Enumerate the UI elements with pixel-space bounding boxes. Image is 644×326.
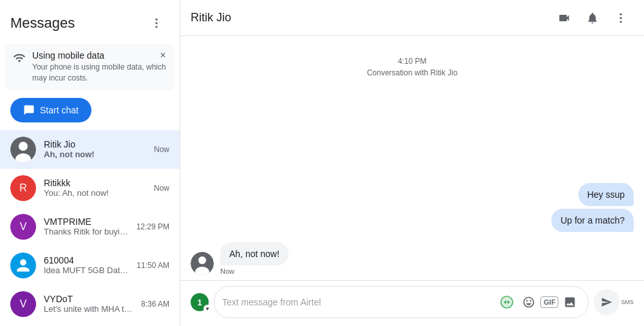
avatar-vmtprime: V xyxy=(10,214,36,240)
chat-time-vydot: 8:36 AM xyxy=(141,300,169,309)
received-time: Now xyxy=(220,267,289,275)
gif-button[interactable]: GIF xyxy=(540,296,558,308)
chat-contact-name: Ritik Jio xyxy=(191,11,231,24)
received-bubble-wrap: Ah, not now! Now xyxy=(220,242,289,275)
chat-meta-ritikkk: Now xyxy=(154,184,169,193)
chat-name-ritikkk: Ritikkk xyxy=(44,178,146,188)
chat-time-ritik-jio: Now xyxy=(154,145,169,154)
chat-item-610004[interactable]: 610004 Idea MUFT 5GB Data off... 11:50 A… xyxy=(0,246,180,285)
sent-messages: Hey ssup Up for a match? xyxy=(191,183,634,232)
send-arrow-icon xyxy=(601,296,612,308)
sidebar: Messages Using mobile data Your phone is… xyxy=(0,0,180,326)
chat-name-vydot: VYDoT xyxy=(44,294,133,304)
image-button[interactable] xyxy=(560,292,580,312)
chat-info-vydot: VYDoT Let's unite with MHA to cl... xyxy=(44,294,133,314)
chat-preview-ritikkk: You: Ah, not now! xyxy=(44,188,146,198)
chat-item-vmtprime[interactable]: V VMTPRIME Thanks Ritik for buying t... … xyxy=(0,207,180,246)
message-input[interactable] xyxy=(222,297,497,307)
sidebar-more-button[interactable] xyxy=(144,10,169,36)
chat-preview-vydot: Let's unite with MHA to cl... xyxy=(44,304,133,314)
chat-meta-vydot: 8:36 AM xyxy=(141,300,169,309)
sim-number: 1 xyxy=(197,298,202,307)
received-avatar xyxy=(191,252,214,275)
chat-meta-ritik-jio: Now xyxy=(154,145,169,154)
notification-text: Using mobile data Your phone is using mo… xyxy=(32,50,167,84)
chat-preview-vmtprime: Thanks Ritik for buying t... xyxy=(44,227,129,236)
chat-name-ritik-jio: Ritik Jio xyxy=(44,139,146,149)
chat-preview-ritik-jio: Ah, not now! xyxy=(44,149,146,159)
header-more-icon xyxy=(614,12,627,24)
svg-point-4 xyxy=(19,142,28,151)
notification-title: Using mobile data xyxy=(32,50,167,61)
sim-selector-button[interactable]: 1 ▾ xyxy=(191,293,209,311)
received-bubble-1: Ah, not now! xyxy=(220,242,289,265)
input-action-buttons: GIF xyxy=(497,292,580,312)
chat-preview-610004: Idea MUFT 5GB Data off... xyxy=(44,265,129,275)
send-label: SMS xyxy=(621,300,634,305)
bell-icon xyxy=(586,12,599,24)
send-button[interactable] xyxy=(594,289,620,315)
chat-time-ritikkk: Now xyxy=(154,184,169,193)
image-icon xyxy=(564,296,576,309)
svg-point-10 xyxy=(198,256,206,264)
sim-dropdown-arrow-icon: ▾ xyxy=(204,305,211,312)
header-more-button[interactable] xyxy=(608,5,634,31)
chat-list: Ritik Jio Ah, not now! Now R Ritikkk You… xyxy=(0,130,180,326)
avatar-ritik-jio xyxy=(10,137,36,162)
svg-point-0 xyxy=(155,19,157,21)
header-actions xyxy=(551,5,634,31)
notification-banner: Using mobile data Your phone is using mo… xyxy=(5,44,175,90)
sidebar-header: Messages xyxy=(0,0,180,44)
input-area: 1 ▾ GIF xyxy=(180,280,644,326)
received-row: Ah, not now! Now xyxy=(191,242,634,275)
chat-name-610004: 610004 xyxy=(44,255,129,265)
video-call-button[interactable] xyxy=(551,5,577,31)
chat-item-ritikkk[interactable]: R Ritikkk You: Ah, not now! Now xyxy=(0,169,180,207)
chat-info-vmtprime: VMTPRIME Thanks Ritik for buying t... xyxy=(44,216,129,236)
messages-area: 4:10 PM Conversation with Ritik Jio Hey … xyxy=(180,36,644,280)
chat-item-ritik-jio[interactable]: Ritik Jio Ah, not now! Now xyxy=(0,130,180,169)
svg-point-6 xyxy=(620,13,621,15)
chat-header: Ritik Jio xyxy=(180,0,644,36)
avatar-610004 xyxy=(10,253,36,278)
sent-bubble-2: Up for a match? xyxy=(551,209,634,232)
svg-point-7 xyxy=(620,17,621,19)
mobile-data-icon xyxy=(13,52,26,67)
conversation-label: Conversation with Ritik Jio xyxy=(191,68,634,77)
gif-label: GIF xyxy=(544,298,555,306)
rcs-icon-button[interactable] xyxy=(497,292,517,312)
chat-info-ritik-jio: Ritik Jio Ah, not now! xyxy=(44,139,146,159)
chat-item-vydot[interactable]: V VYDoT Let's unite with MHA to cl... 8:… xyxy=(0,285,180,323)
chat-meta-vmtprime: 12:29 PM xyxy=(137,222,169,231)
video-icon xyxy=(558,12,571,24)
chat-meta-610004: 11:50 AM xyxy=(137,261,169,270)
sent-bubble-1: Hey ssup xyxy=(578,183,634,206)
chat-name-vmtprime: VMTPRIME xyxy=(44,216,129,227)
chat-info-610004: 610004 Idea MUFT 5GB Data off... xyxy=(44,255,129,275)
chat-time-vmtprime: 12:29 PM xyxy=(137,222,169,231)
notification-desc: Your phone is using mobile data, which m… xyxy=(32,62,167,84)
app-title: Messages xyxy=(10,15,75,32)
chat-time-610004: 11:50 AM xyxy=(137,261,169,270)
avatar-vydot: V xyxy=(10,291,36,317)
svg-point-2 xyxy=(155,26,157,28)
rcs-icon xyxy=(500,295,514,309)
message-input-wrap: GIF xyxy=(214,286,589,318)
bell-button[interactable] xyxy=(580,5,605,31)
svg-point-8 xyxy=(620,21,621,23)
start-chat-button[interactable]: Start chat xyxy=(10,98,91,122)
avatar-ritikkk: R xyxy=(10,175,36,201)
svg-point-1 xyxy=(155,22,157,24)
chat-main: Ritik Jio 4:10 PM Conversation with Riti… xyxy=(180,0,644,326)
more-dots-icon xyxy=(150,17,163,30)
emoji-button[interactable] xyxy=(518,292,539,312)
notification-close-button[interactable]: × xyxy=(156,49,169,62)
emoji-icon xyxy=(522,296,535,309)
chat-info-ritikkk: Ritikkk You: Ah, not now! xyxy=(44,178,146,198)
start-chat-label: Start chat xyxy=(40,105,79,115)
message-timestamp: 4:10 PM xyxy=(191,57,634,66)
start-chat-icon xyxy=(23,104,35,116)
